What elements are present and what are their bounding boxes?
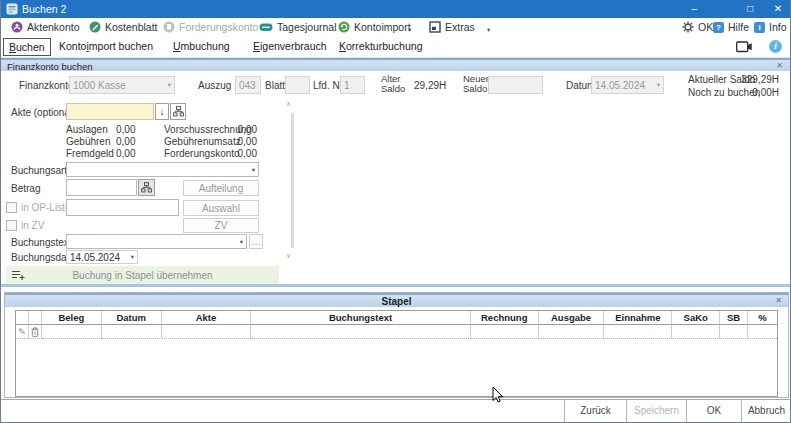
- buchung-in-stapel-button[interactable]: Buchung in Stapel übernehmen: [6, 266, 279, 284]
- toolbar-extras-button[interactable]: Extras: [429, 20, 475, 34]
- toolbar-forderungskonto-label: Forderungskonto: [179, 21, 258, 33]
- toolbar-ok-button[interactable]: OK: [682, 20, 713, 34]
- stapel-close-icon[interactable]: ✕: [775, 296, 782, 305]
- blatt-field[interactable]: [285, 76, 310, 94]
- app-icon: [6, 3, 18, 15]
- stapel-header: Stapel ✕: [5, 293, 788, 307]
- op-liste-checkbox[interactable]: [6, 202, 17, 213]
- buchung-in-stapel-label: Buchung in Stapel übernehmen: [72, 270, 212, 281]
- toolbar-hilfe-button[interactable]: ? Hilfe: [713, 20, 749, 34]
- extras-dropdown-caret-icon[interactable]: ▾: [487, 23, 490, 37]
- buchungstext-more-button[interactable]: …: [249, 234, 263, 249]
- window-title: Buchen 2: [22, 3, 66, 15]
- vorschussrechnung-value: 0,00: [229, 124, 257, 135]
- scroll-down-icon[interactable]: ∨: [286, 252, 291, 260]
- abbruch-button[interactable]: Abbruch: [741, 400, 791, 422]
- column-header-rechnung: Rechnung: [471, 311, 539, 325]
- zurueck-button[interactable]: Zurück: [564, 400, 626, 422]
- extras-icon: [429, 21, 441, 33]
- kontoimport-dropdown-caret-icon[interactable]: ▾: [408, 23, 411, 37]
- close-button[interactable]: ✕: [765, 0, 791, 18]
- column-header-einnahme: Einnahme: [604, 311, 672, 325]
- tab-umbuchung[interactable]: Umbuchung: [168, 38, 235, 56]
- column-header-ausgabe: Ausgabe: [539, 311, 605, 325]
- toolbar-extras-label: Extras: [445, 21, 475, 33]
- mouse-cursor: [492, 386, 504, 404]
- column-header-sb: SB: [720, 311, 748, 325]
- toolbar-kontoimport-label: Kontoimport: [354, 21, 411, 33]
- tab-eigenverbrauch[interactable]: Eigenverbrauch: [248, 38, 332, 56]
- buchungsart-label: Buchungsart: [11, 165, 67, 176]
- row-edit-button[interactable]: ✎: [16, 325, 29, 339]
- gebuehrenumsatz-value: 0,00: [229, 136, 257, 147]
- neuer-saldo-label: NeuerSaldo: [463, 74, 489, 94]
- op-liste-field[interactable]: [66, 199, 179, 216]
- toolbar-kontoimport-button[interactable]: Kontoimport: [338, 20, 411, 34]
- maximize-button[interactable]: □: [737, 0, 763, 18]
- toolbar-info-button[interactable]: i Info: [754, 20, 787, 34]
- gebuehren-value: 0,00: [116, 136, 135, 147]
- alter-saldo-label: AlterSaldo: [381, 74, 405, 94]
- org-tree-icon: [141, 182, 152, 193]
- toolbar-tagesjournal-button[interactable]: Tagesjournal: [259, 20, 337, 34]
- auswahl-button[interactable]: Auswahl: [183, 200, 259, 216]
- zv-checkbox[interactable]: [6, 220, 17, 231]
- camera-icon[interactable]: [736, 41, 753, 53]
- column-header-akte: Akte: [162, 311, 252, 325]
- toolbar-ok-label: OK: [698, 21, 713, 33]
- fremdgeld-value: 0,00: [116, 148, 135, 159]
- blatt-label: Blatt: [265, 80, 285, 91]
- tab-korrekturbuchung[interactable]: Korrekturbuchung: [334, 38, 427, 56]
- toolbar-kostenblatt-button[interactable]: Kostenblatt: [89, 20, 158, 34]
- buchungstext-label: Buchungstext: [11, 237, 72, 248]
- akte-dropdown-button[interactable]: ↓: [155, 103, 169, 120]
- lfd-nr-field[interactable]: [340, 76, 365, 94]
- delete-column-header: [29, 311, 42, 325]
- forderungskonto-icon: [163, 21, 175, 33]
- betrag-field[interactable]: [66, 179, 137, 196]
- scrollbar-thumb[interactable]: [291, 113, 294, 248]
- edit-column-header: [16, 311, 29, 325]
- kostenblatt-pencil-icon: [89, 21, 101, 33]
- ok-button[interactable]: OK: [686, 400, 741, 422]
- akte-field[interactable]: [66, 103, 154, 120]
- column-header-sako: SaKo: [672, 311, 720, 325]
- column-header-beleg: Beleg: [42, 311, 102, 325]
- toolbar: Aktenkonto Kostenblatt Forderungskonto T…: [1, 18, 790, 36]
- finanzkonto-label: Finanzkonto: [19, 80, 73, 91]
- datum-select[interactable]: 14.05.2024 ▾: [591, 76, 664, 94]
- tab-buchen[interactable]: Buchen: [3, 38, 51, 56]
- panel-close-icon[interactable]: ✕: [776, 61, 783, 70]
- neuer-saldo-field[interactable]: [488, 76, 543, 94]
- stapel-panel: Stapel ✕ Beleg Datum Akte Buchungstext R…: [4, 292, 789, 398]
- buchungsart-select[interactable]: ▾: [66, 162, 259, 177]
- akte-tree-button[interactable]: [170, 103, 186, 120]
- row-delete-button[interactable]: [29, 325, 42, 339]
- auszug-nr-field[interactable]: [235, 76, 261, 94]
- scroll-up-icon[interactable]: ∧: [286, 100, 291, 108]
- auslagen-label: Auslagen: [66, 124, 108, 135]
- zv-button[interactable]: ZV: [183, 218, 259, 233]
- info-circle-icon[interactable]: i: [769, 40, 782, 53]
- panel-divider: [1, 284, 791, 287]
- speichern-button[interactable]: Speichern: [626, 400, 686, 422]
- finanzkonto-select[interactable]: 1000 Kasse ▾: [69, 76, 175, 94]
- tagesjournal-icon: [259, 21, 273, 33]
- help-icon: ?: [713, 22, 724, 33]
- forderungskonto-value: 0,00: [229, 148, 257, 159]
- buchungsdatum-select[interactable]: 14.05.2024 ▾: [66, 250, 138, 264]
- app-window: Buchen 2 – □ ✕ Aktenkonto Kostenblatt: [0, 0, 791, 423]
- zv-label: in ZV: [21, 220, 44, 231]
- tab-kontoimport-buchen[interactable]: Kontoimport buchen: [54, 38, 158, 56]
- toolbar-kostenblatt-label: Kostenblatt: [105, 21, 158, 33]
- aufteilung-button[interactable]: Aufteilung: [183, 180, 259, 196]
- aktueller-saldo-value: 329,29H: [734, 74, 779, 85]
- buchungstext-select[interactable]: ▾: [66, 234, 247, 249]
- betrag-tree-button[interactable]: [138, 179, 155, 196]
- op-liste-label: in OP-Liste: [21, 202, 70, 213]
- minimize-button[interactable]: –: [681, 0, 707, 18]
- chevron-down-icon: ▾: [168, 81, 171, 89]
- aktenkonto-icon: [11, 21, 23, 33]
- chevron-down-icon: ▾: [657, 81, 660, 89]
- toolbar-aktenkonto-button[interactable]: Aktenkonto: [11, 20, 80, 34]
